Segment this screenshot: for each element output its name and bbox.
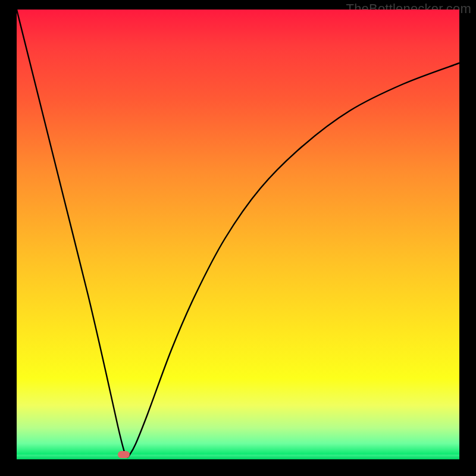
plot-area: [17, 10, 459, 459]
optimal-marker: [118, 451, 130, 458]
bottleneck-curve: [17, 10, 459, 459]
chart-frame: TheBottlenecker.com: [0, 0, 476, 476]
